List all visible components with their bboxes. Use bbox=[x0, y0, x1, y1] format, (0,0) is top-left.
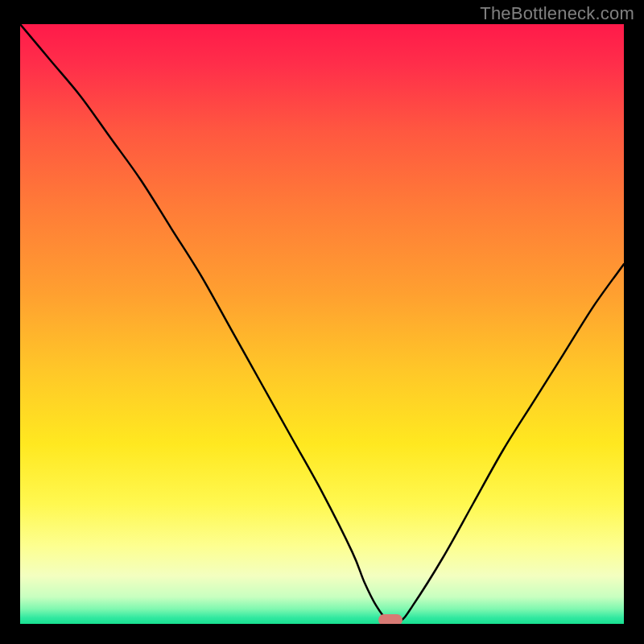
chart-frame: TheBottleneck.com bbox=[0, 0, 644, 644]
plot-area bbox=[20, 24, 624, 624]
bottleneck-curve bbox=[20, 24, 624, 624]
optimal-point-marker bbox=[378, 614, 402, 624]
watermark-text: TheBottleneck.com bbox=[480, 3, 634, 24]
